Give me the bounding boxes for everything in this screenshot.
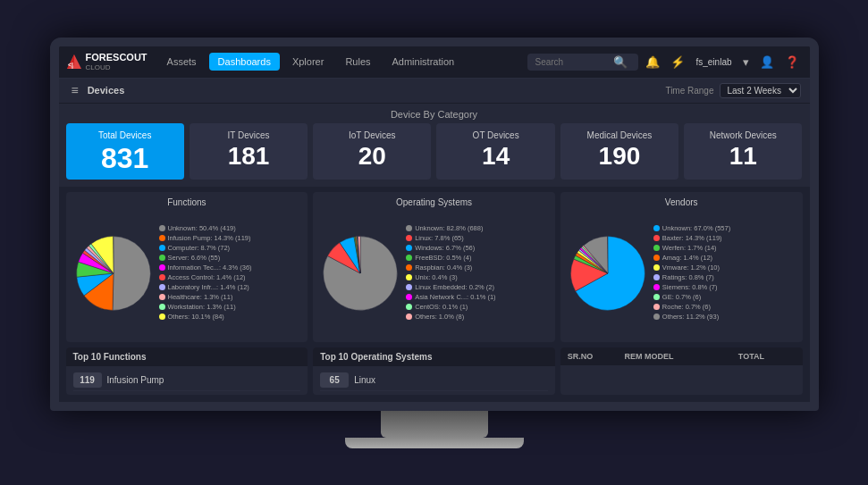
it-devices-label: IT Devices: [198, 130, 299, 140]
legend-item: Windows: 6.7% (56): [406, 244, 548, 252]
legend-label: Unknown: 82.8% (688): [415, 224, 483, 232]
legend-label: Linux: 7.8% (65): [415, 234, 464, 242]
legend-color-dot: [653, 264, 660, 271]
legend-item: Linux: 7.8% (65): [406, 234, 548, 242]
list-item: 65 Linux: [320, 370, 548, 391]
legend-item: Siemens: 0.8% (7): [653, 283, 796, 291]
iot-devices-value: 20: [322, 144, 422, 169]
legend-label: Infusion Pump: 14.3% (119): [168, 234, 251, 242]
it-devices-value: 181: [198, 144, 299, 169]
legend-label: Roche: 0.7% (6): [662, 303, 711, 311]
search-wrap: 🔍: [527, 54, 638, 71]
vendors-legend: Unknown: 67.0% (557)Baxter: 14.3% (119)W…: [653, 224, 796, 322]
monitor-stand: [381, 411, 488, 438]
monitor-base: [345, 438, 524, 448]
nav-administration[interactable]: Administration: [383, 53, 464, 71]
chevron-down-icon[interactable]: ▾: [739, 55, 753, 69]
logo-subtext: CLOUD: [86, 63, 147, 71]
legend-label: Laboratory Infr...: 1.4% (12): [168, 283, 249, 291]
item-name: Infusion Pump: [107, 375, 164, 385]
col-model: REM MODEL: [625, 352, 738, 361]
user-icon[interactable]: 👤: [756, 55, 778, 69]
search-icon: 🔍: [610, 55, 631, 69]
network-devices-label: Network Devices: [693, 130, 793, 140]
legend-item: Vmware: 1.2% (10): [653, 263, 796, 272]
legend-label: Amag: 1.4% (12): [662, 254, 712, 262]
time-range-select[interactable]: Last 2 Weeks: [720, 83, 801, 98]
legend-color-dot: [159, 274, 165, 280]
legend-item: Unknown: 82.8% (688): [406, 224, 548, 232]
os-chart-panel: Operating Systems Unknown: 82.8% (688)Li…: [313, 192, 555, 342]
nav-rules[interactable]: Rules: [336, 53, 379, 71]
legend-color-dot: [653, 314, 660, 320]
legend-item: Asia Network C...: 0.1% (1): [406, 293, 548, 301]
legend-color-dot: [653, 225, 660, 231]
network-devices-value: 11: [693, 144, 793, 169]
col-total: TOTAL: [738, 352, 796, 361]
medical-devices-value: 190: [569, 144, 670, 169]
medical-devices-label: Medical Devices: [569, 130, 670, 140]
legend-label: Computer: 8.7% (72): [168, 244, 231, 252]
menu-icon[interactable]: ≡: [68, 83, 82, 97]
legend-color-dot: [159, 294, 165, 300]
item-name: Linux: [354, 375, 375, 385]
os-legend: Unknown: 82.8% (688)Linux: 7.8% (65)Wind…: [406, 224, 548, 322]
functions-pie: [73, 233, 154, 314]
legend-color-dot: [406, 235, 412, 241]
iot-devices-label: IoT Devices: [322, 130, 422, 140]
device-cards: Total Devices 831 IT Devices 181 IoT Dev…: [59, 123, 810, 187]
legend-item: Others: 1.0% (8): [406, 313, 548, 321]
nav-xplorer[interactable]: Xplorer: [283, 53, 333, 71]
legend-label: Others: 11.2% (93): [662, 313, 719, 321]
legend-item: Laboratory Infr...: 1.4% (12): [159, 283, 301, 291]
svg-text:<|: <|: [68, 62, 73, 69]
functions-legend: Unknown: 50.4% (419)Infusion Pump: 14.3%…: [159, 224, 301, 322]
legend-item: Baxter: 14.3% (119): [653, 234, 796, 242]
legend-item: Others: 11.2% (93): [653, 313, 796, 321]
legend-label: Ratings: 0.8% (7): [662, 273, 714, 281]
legend-color-dot: [653, 284, 660, 290]
legend-item: Infusion Pump: 14.3% (119): [159, 234, 301, 242]
rank-value: 65: [320, 372, 349, 388]
legend-label: CentOS: 0.1% (1): [415, 303, 468, 311]
legend-label: Others: 10.1% (84): [168, 313, 224, 321]
legend-color-dot: [159, 235, 165, 241]
nav-dashboards[interactable]: Dashboards: [209, 53, 280, 71]
list-item: 119 Infusion Pump: [73, 370, 301, 391]
username: fs_einlab: [692, 57, 735, 67]
legend-color-dot: [653, 235, 660, 241]
legend-label: Access Control: 1.4% (12): [168, 273, 246, 281]
device-category-title: Device By Category: [59, 104, 810, 123]
legend-label: Others: 1.0% (8): [415, 313, 464, 321]
col-srno: SR.NO: [568, 352, 625, 361]
legend-color-dot: [406, 274, 412, 280]
legend-color-dot: [406, 255, 412, 261]
nav-assets[interactable]: Assets: [158, 53, 206, 71]
card-medical-devices: Medical Devices 190: [560, 123, 678, 180]
forescout-logo-icon: <|: [66, 54, 82, 70]
total-devices-label: Total Devices: [75, 130, 175, 140]
legend-color-dot: [159, 284, 165, 290]
time-range-label: Time Range: [665, 86, 713, 96]
legend-item: Raspbian: 0.4% (3): [406, 263, 548, 272]
help-icon[interactable]: ❓: [781, 55, 803, 69]
os-chart-title: Operating Systems: [320, 197, 548, 207]
legend-item: Computer: 8.7% (72): [159, 244, 301, 252]
legend-item: Healthcare: 1.3% (11): [159, 293, 301, 301]
card-network-devices: Network Devices 11: [684, 123, 802, 180]
legend-color-dot: [406, 264, 412, 271]
lightning-icon[interactable]: ⚡: [667, 55, 688, 69]
legend-label: GE: 0.7% (6): [662, 293, 701, 301]
legend-label: Baxter: 14.3% (119): [662, 234, 722, 242]
legend-label: Unknown: 50.4% (419): [168, 224, 236, 232]
legend-item: Server: 6.6% (55): [159, 254, 301, 262]
legend-label: Healthcare: 1.3% (11): [168, 293, 233, 301]
ot-devices-value: 14: [445, 144, 545, 169]
legend-color-dot: [406, 245, 412, 251]
legend-item: Unknown: 50.4% (419): [159, 224, 301, 232]
bell-icon[interactable]: 🔔: [642, 55, 663, 69]
functions-chart-panel: Functions Unknown: 50.4% (419)Infusion P…: [66, 192, 308, 342]
search-input[interactable]: [535, 57, 606, 67]
legend-label: FreeBSD: 0.5% (4): [415, 254, 471, 262]
legend-color-dot: [406, 225, 412, 231]
